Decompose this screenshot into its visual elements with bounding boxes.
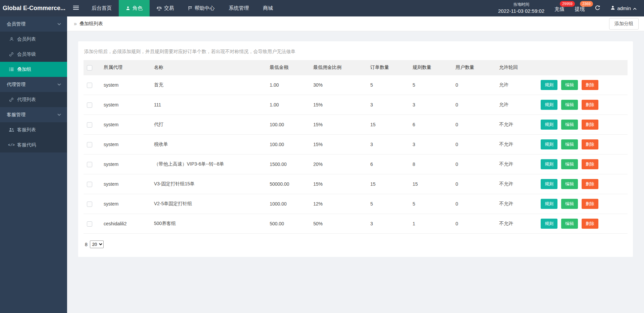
edit-button[interactable]: 编辑 — [561, 199, 578, 209]
row-checkbox[interactable] — [87, 122, 92, 128]
refresh-button[interactable] — [595, 5, 600, 12]
cell-agent: system — [100, 115, 151, 135]
rule-button[interactable]: 规则 — [541, 120, 557, 130]
sidebar-item-overlay-group[interactable]: 叠加组 — [0, 62, 67, 77]
table-row: system 111 1.00 15% 3 3 0 允许 规则 编辑 删除 — [84, 95, 628, 115]
row-checkbox[interactable] — [87, 202, 92, 207]
row-checkbox[interactable] — [87, 182, 92, 187]
column-header-loop: 允许轮回 — [496, 60, 537, 75]
delete-button[interactable]: 删除 — [582, 139, 598, 149]
nav-item-system[interactable]: 系统管理 — [222, 0, 256, 16]
edit-button[interactable]: 编辑 — [561, 120, 578, 130]
cell-agent: system — [100, 95, 151, 115]
cell-name: 111 — [151, 95, 266, 115]
cell-min-amount: 50000.00 — [266, 174, 310, 194]
delete-button[interactable]: 删除 — [582, 159, 598, 169]
sidebar-item-member-list[interactable]: 会员列表 — [0, 32, 67, 47]
user-menu[interactable]: admin — [610, 5, 637, 11]
cell-agent: ceshidalili2 — [100, 214, 151, 234]
sidebar-item-member-level[interactable]: 会员等级 — [0, 47, 67, 62]
sidebar-item-label: 客服列表 — [17, 127, 36, 133]
page-size-select[interactable]: 20 — [90, 240, 104, 248]
main-nav: 后台首页 角色 交易 帮助中心 系统管理 商城 — [85, 0, 280, 16]
sidebar-toggle-button[interactable] — [67, 0, 85, 16]
cell-min-commission: 15% — [310, 174, 367, 194]
delete-button[interactable]: 删除 — [582, 179, 598, 189]
row-checkbox[interactable] — [87, 142, 92, 147]
chevron-down-icon — [57, 83, 61, 86]
rule-button[interactable]: 规则 — [541, 179, 557, 189]
select-all-checkbox[interactable] — [87, 65, 92, 71]
sidebar-group-service-management[interactable]: 客服管理 — [0, 107, 67, 122]
rule-button[interactable]: 规则 — [541, 159, 557, 169]
cell-orders: 3 — [367, 95, 409, 115]
row-checkbox[interactable] — [87, 102, 92, 108]
nav-item-help-center[interactable]: 帮助中心 — [181, 0, 222, 16]
rule-button[interactable]: 规则 — [541, 139, 557, 149]
rule-button[interactable]: 规则 — [541, 219, 557, 229]
cell-loop: 不允许 — [496, 214, 537, 234]
double-chevron-icon: » — [74, 21, 77, 27]
withdraw-count-badge: 2369 — [580, 1, 593, 7]
table-row: system V2-5单固定打针组 1000.00 12% 5 5 0 不允许 … — [84, 194, 628, 214]
row-checkbox[interactable] — [87, 83, 92, 88]
person-icon — [9, 37, 14, 41]
nav-item-mall[interactable]: 商城 — [256, 0, 280, 16]
row-checkbox[interactable] — [87, 221, 92, 227]
delete-button[interactable]: 删除 — [582, 120, 598, 130]
cell-name: V3-固定打针组15单 — [151, 174, 266, 194]
recharge-link[interactable]: 充值 29959 — [554, 4, 565, 12]
list-icon — [9, 67, 14, 72]
nav-label: 帮助中心 — [195, 5, 215, 11]
hamburger-icon — [73, 5, 79, 11]
withdraw-link[interactable]: 提现 2369 — [575, 4, 585, 12]
nav-item-roles[interactable]: 角色 — [119, 0, 150, 16]
cell-min-amount: 500.00 — [266, 214, 310, 234]
delete-button[interactable]: 删除 — [582, 199, 598, 209]
nav-item-transactions[interactable]: 交易 — [150, 0, 181, 16]
sidebar-item-service-list[interactable]: 客服列表 — [0, 122, 67, 137]
cell-rules: 8 — [409, 154, 452, 174]
sidebar: 会员管理 会员列表 会员等级 叠加组 代理管理 — [0, 16, 67, 313]
cell-name: （带他上高速）VIP3-6单--转--8单 — [151, 154, 266, 174]
nav-item-dashboard[interactable]: 后台首页 — [85, 0, 119, 16]
local-time-label: 当地时间 — [498, 1, 544, 7]
edit-button[interactable]: 编辑 — [561, 139, 578, 149]
rule-button[interactable]: 规则 — [541, 199, 557, 209]
cell-name: 500养客组 — [151, 214, 266, 234]
rule-button[interactable]: 规则 — [541, 80, 557, 90]
column-header-rules: 规则数量 — [409, 60, 452, 75]
cell-users: 0 — [452, 135, 496, 154]
delete-button[interactable]: 删除 — [582, 100, 598, 110]
sidebar-item-service-code[interactable]: </> 客服代码 — [0, 137, 67, 152]
refresh-icon — [595, 5, 600, 12]
pagination: 8 20 — [85, 240, 628, 248]
nav-label: 交易 — [164, 5, 174, 11]
local-time-value: 2022-11-03 02:59:02 — [498, 7, 544, 15]
add-group-button[interactable]: 添加分组 — [609, 18, 639, 30]
row-checkbox[interactable] — [87, 162, 92, 167]
flag-icon — [188, 6, 192, 10]
sidebar-group-member-management[interactable]: 会员管理 — [0, 16, 67, 32]
delete-button[interactable]: 删除 — [582, 80, 598, 90]
cell-users: 0 — [452, 174, 496, 194]
edit-button[interactable]: 编辑 — [561, 219, 578, 229]
edit-button[interactable]: 编辑 — [561, 179, 578, 189]
edit-button[interactable]: 编辑 — [561, 80, 578, 90]
header-right: 当地时间 2022-11-03 02:59:02 充值 29959 提现 236… — [498, 0, 644, 16]
nav-label: 角色 — [132, 5, 143, 11]
content: 添加分组后，必须添加规则，并且规则需要对应好订单个数，若出现不对称情况，会导致用… — [67, 31, 644, 267]
delete-button[interactable]: 删除 — [582, 219, 598, 229]
sidebar-group-agent-management[interactable]: 代理管理 — [0, 77, 67, 92]
cell-min-amount: 1500.00 — [266, 154, 310, 174]
edit-button[interactable]: 编辑 — [561, 100, 578, 110]
cell-name: 代打 — [151, 115, 266, 135]
edit-button[interactable]: 编辑 — [561, 159, 578, 169]
sidebar-group-label: 会员管理 — [7, 21, 25, 27]
total-count: 8 — [85, 242, 88, 247]
link-icon — [9, 52, 14, 57]
cell-users: 0 — [452, 154, 496, 174]
sidebar-item-agent-list[interactable]: 代理列表 — [0, 92, 67, 107]
rule-button[interactable]: 规则 — [541, 100, 557, 110]
cell-min-commission: 15% — [310, 135, 367, 154]
